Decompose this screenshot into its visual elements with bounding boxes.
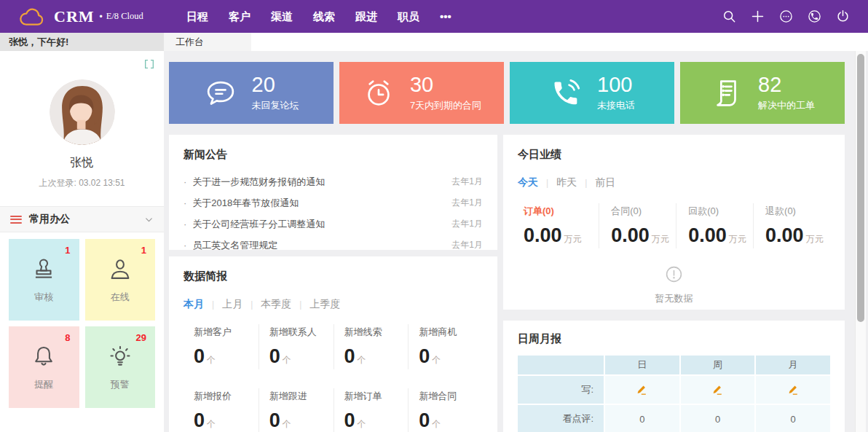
report-row-label-reviews: 看点评:	[518, 405, 604, 432]
tile-alert[interactable]: 29 预警	[85, 326, 156, 408]
perf-value: 0.00万元	[611, 224, 676, 247]
nav-item-staff[interactable]: 职员	[387, 0, 430, 33]
chevron-down-icon	[144, 215, 154, 224]
tile-audit[interactable]: 1 审核	[9, 239, 79, 321]
bullet: ·	[184, 197, 186, 208]
stat-label: 未接电话	[597, 99, 635, 112]
report-row-label-write: 写:	[518, 376, 604, 404]
perf-contracts: 合同(0) 0.00万元	[599, 203, 676, 248]
news-item[interactable]: · 员工英文名管理规定 去年1月	[184, 235, 483, 256]
exclamation-circle-icon	[664, 264, 684, 284]
news-list: · 关于进一步规范财务报销的通知 去年1月 · 关于2018年春节放假通知 去年…	[184, 171, 483, 256]
stat-text: 82 解决中的工单	[758, 74, 815, 113]
nav-item-leads[interactable]: 线索	[303, 0, 345, 33]
brand-name: CRM	[54, 7, 95, 26]
report-header-day: 日	[605, 356, 679, 374]
tile-label: 审核	[34, 291, 53, 304]
news-item[interactable]: · 关于进一步规范财务报销的通知 去年1月	[184, 171, 483, 192]
metric-label: 新增订单	[344, 390, 409, 403]
stat-text: 100 未接电话	[597, 74, 635, 113]
news-item-text: 关于2018年春节放假通知	[192, 197, 299, 210]
stat-card-forum[interactable]: 20 未回复论坛	[169, 62, 334, 124]
pencil-icon[interactable]	[711, 384, 724, 396]
nav-item-customers[interactable]: 客户	[218, 0, 261, 33]
news-item[interactable]: · 关于公司经营班子分工调整通知 去年1月	[184, 213, 483, 235]
report-cell-reviews-month: 0	[756, 405, 830, 432]
report-table: 日 周 月 写: 看点评: 0	[518, 356, 830, 432]
tab-today[interactable]: 今天	[518, 176, 538, 189]
data-brief-card: 数据简报 本月 | 上月 | 本季度 | 上季度 新增客户 0个	[169, 256, 497, 432]
tab-workbench[interactable]: 工作台	[164, 33, 251, 51]
stat-value: 82	[758, 74, 815, 97]
stat-card-open-tickets[interactable]: 82 解决中的工单	[680, 62, 845, 124]
tile-reminder[interactable]: 8 提醒	[9, 326, 79, 408]
perf-payments: 回款(0) 0.00万元	[676, 203, 753, 248]
brief-title: 数据简报	[184, 270, 483, 283]
app-logo: CRM • E/8 Cloud	[0, 7, 166, 26]
tile-label: 预警	[111, 378, 130, 391]
metric-label: 新增报价	[194, 390, 259, 403]
section-title: 常用办公	[29, 213, 70, 226]
pencil-icon[interactable]	[636, 384, 648, 396]
cloud-logo-icon	[19, 7, 45, 26]
stat-card-contracts-due[interactable]: 30 7天内到期的合同	[339, 62, 504, 124]
tab-separator: |	[299, 299, 301, 310]
scrollbar-track[interactable]	[855, 51, 866, 432]
brand-suffix: E/8 Cloud	[106, 11, 143, 22]
scrollbar-thumb[interactable]	[857, 54, 864, 322]
news-item[interactable]: · 关于2018年春节放假通知 去年1月	[184, 192, 483, 213]
tab-yesterday[interactable]: 昨天	[556, 176, 577, 189]
metric-value: 0个	[269, 345, 334, 368]
tile-badge: 1	[141, 245, 146, 256]
news-item-date: 去年1月	[451, 239, 483, 251]
bullet: ·	[184, 219, 186, 229]
tab-last-month[interactable]: 上月	[222, 298, 242, 311]
news-item-date: 去年1月	[451, 218, 483, 230]
tile-badge: 8	[65, 332, 70, 343]
empty-state: 暂无数据	[518, 264, 830, 305]
stamp-icon	[30, 256, 58, 283]
power-icon[interactable]	[835, 9, 851, 24]
avatar	[50, 79, 115, 145]
quick-tiles: 1 审核 1 在线 8	[0, 232, 164, 415]
tile-online[interactable]: 1 在线	[85, 239, 156, 321]
tab-day-before[interactable]: 前日	[595, 176, 615, 189]
metric-label: 新增跟进	[269, 390, 334, 403]
bullet: ·	[184, 240, 186, 251]
nav-item-more[interactable]: •••	[430, 0, 462, 33]
tab-this-month[interactable]: 本月	[184, 298, 204, 311]
brief-tabs: 本月 | 上月 | 本季度 | 上季度	[184, 298, 483, 311]
plus-icon[interactable]	[750, 9, 765, 24]
left-column: 新闻公告 · 关于进一步规范财务报销的通知 去年1月 · 关于2018年春节放假…	[169, 135, 497, 432]
sidebar: 张悦 上次登录: 03.02 13:51 常用办公 1 审核 1	[0, 51, 164, 432]
nav-item-channels[interactable]: 渠道	[261, 0, 303, 33]
metric-value: 0个	[194, 345, 259, 368]
comment-icon	[204, 76, 237, 110]
stat-text: 20 未回复论坛	[252, 74, 299, 113]
more-circle-icon[interactable]	[778, 9, 794, 24]
metric-new-contracts: 新增合同 0个	[408, 388, 483, 432]
tab-this-quarter[interactable]: 本季度	[261, 298, 291, 311]
nav-item-schedule[interactable]: 日程	[176, 0, 218, 33]
pencil-icon[interactable]	[787, 384, 800, 396]
search-icon[interactable]	[722, 9, 737, 24]
stat-card-missed-calls[interactable]: 100 未接电话	[510, 62, 674, 124]
phone-circle-icon[interactable]	[807, 9, 822, 24]
perf-value: 0.00万元	[524, 224, 599, 247]
tab-last-quarter[interactable]: 上季度	[309, 298, 340, 311]
stat-label: 解决中的工单	[758, 99, 815, 112]
metric-value: 0个	[419, 345, 483, 368]
perf-label: 订单(0)	[524, 205, 599, 218]
tile-badge: 29	[136, 332, 146, 343]
report-card: 日周月报 日 周 月 写:	[503, 321, 845, 432]
metric-label: 新增线索	[344, 326, 409, 339]
expand-layout-icon[interactable]	[143, 58, 155, 70]
report-cell-write-day	[605, 376, 679, 404]
sidebar-section-common-office[interactable]: 常用办公	[0, 206, 164, 232]
nav-item-followup[interactable]: 跟进	[345, 0, 387, 33]
perf-value: 0.00万元	[765, 224, 830, 247]
perf-label: 退款(0)	[765, 205, 830, 218]
metric-new-customers: 新增客户 0个	[184, 324, 259, 369]
header-actions	[722, 9, 868, 24]
metric-new-followups: 新增跟进 0个	[259, 388, 334, 432]
